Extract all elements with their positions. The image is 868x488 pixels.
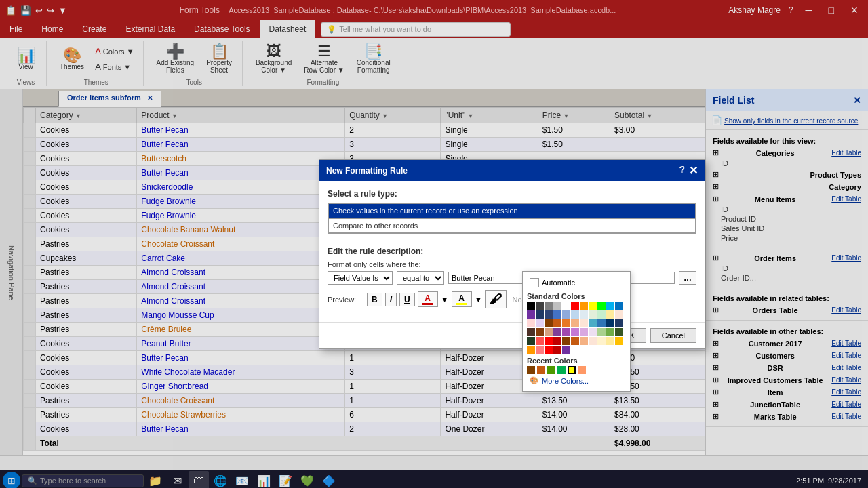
cp-color-cell[interactable]	[562, 346, 570, 354]
cp-color-cell[interactable]	[553, 319, 561, 327]
cp-color-cell[interactable]	[606, 310, 614, 319]
cp-color-cell[interactable]	[580, 310, 588, 319]
cp-color-cell[interactable]	[553, 302, 561, 310]
cp-color-cell[interactable]	[545, 310, 553, 319]
cp-more-colors-label: More Colors...	[542, 377, 589, 385]
cp-color-cell[interactable]	[553, 328, 561, 336]
cp-color-cell[interactable]	[589, 337, 597, 345]
cp-color-cell[interactable]	[615, 310, 623, 319]
cp-automatic-label: Automatic	[542, 279, 575, 287]
cp-color-cell[interactable]	[606, 302, 614, 310]
cp-color-cell[interactable]	[606, 319, 614, 327]
cp-color-cell[interactable]	[527, 310, 535, 319]
dialog-footer: OK Cancel	[319, 322, 705, 348]
cp-automatic-swatch	[530, 278, 539, 287]
cp-automatic-option[interactable]: Automatic	[527, 276, 626, 289]
font-color-btn[interactable]: A	[418, 291, 438, 307]
cp-color-cell[interactable]	[589, 319, 597, 327]
cp-color-cell[interactable]	[606, 337, 614, 345]
condition-select[interactable]: equal to	[397, 271, 444, 285]
cp-color-cell[interactable]	[545, 302, 553, 310]
cp-recent-color-cell[interactable]	[537, 366, 545, 374]
dialog-close-btn[interactable]: ✕	[689, 164, 698, 177]
cp-color-cell[interactable]	[545, 337, 553, 345]
dialog-content: Select a rule type: Check values in the …	[319, 181, 705, 322]
cp-color-cell[interactable]	[580, 328, 588, 336]
cp-color-cell[interactable]	[606, 328, 614, 336]
cp-color-cell[interactable]	[597, 302, 606, 310]
cp-color-cell[interactable]	[562, 319, 570, 327]
cp-color-cell[interactable]	[597, 328, 606, 336]
cp-color-cell[interactable]	[615, 328, 623, 336]
format-buttons: B I U A ▼ A ▼ 🖌	[367, 290, 507, 308]
cp-color-cell[interactable]	[545, 319, 553, 327]
cp-color-cell[interactable]	[553, 346, 561, 354]
cp-color-cell[interactable]	[615, 319, 623, 327]
cp-color-cell[interactable]	[562, 337, 570, 345]
cp-color-cell[interactable]	[527, 346, 535, 354]
italic-btn[interactable]: I	[385, 293, 397, 306]
cp-standard-grid	[527, 302, 626, 354]
cp-recent-color-cell[interactable]	[527, 366, 535, 374]
rule-option-1[interactable]: Compare to other records	[328, 218, 696, 233]
dialog-overlay: New Formatting Rule ? ✕ Select a rule ty…	[0, 0, 868, 488]
cp-color-cell[interactable]	[571, 328, 579, 336]
cp-color-cell[interactable]	[580, 319, 588, 327]
rule-option-0[interactable]: Check values in the current record or us…	[328, 203, 696, 218]
cp-recent-color-cell[interactable]	[568, 366, 576, 374]
cp-color-cell[interactable]	[571, 337, 579, 345]
cancel-btn[interactable]: Cancel	[650, 328, 696, 343]
edit-rule-desc-label: Edit the rule description:	[328, 247, 696, 256]
cp-color-cell[interactable]	[615, 337, 623, 345]
dialog-title-text: New Formatting Rule	[326, 166, 408, 176]
cp-color-cell[interactable]	[562, 310, 570, 319]
cp-color-cell[interactable]	[536, 337, 544, 345]
cp-color-cell[interactable]	[589, 310, 597, 319]
cp-color-cell[interactable]	[536, 319, 544, 327]
underline-btn[interactable]: U	[399, 293, 415, 306]
cp-recent-color-cell[interactable]	[547, 366, 555, 374]
cp-color-cell[interactable]	[580, 302, 588, 310]
cp-more-colors-btn[interactable]: 🎨 More Colors...	[527, 374, 626, 387]
cp-color-cell[interactable]	[527, 302, 535, 310]
cp-color-cell[interactable]	[536, 302, 544, 310]
cp-color-cell[interactable]	[553, 337, 561, 345]
cp-color-cell[interactable]	[527, 328, 535, 336]
preview-row: Preview: B I U A ▼ A ▼ 🖌	[328, 290, 696, 308]
cp-color-cell[interactable]	[571, 310, 579, 319]
font-color-dropdown-btn[interactable]: ▼	[441, 295, 449, 304]
cp-color-cell[interactable]	[589, 328, 597, 336]
cp-color-cell[interactable]	[589, 302, 597, 310]
cp-color-cell[interactable]	[597, 319, 606, 327]
cp-color-cell[interactable]	[545, 328, 553, 336]
cp-color-cell[interactable]	[553, 310, 561, 319]
dialog-divider	[328, 241, 696, 241]
cp-color-cell[interactable]	[527, 337, 535, 345]
cp-recent-color-cell[interactable]	[578, 366, 586, 374]
format-brush-btn[interactable]: 🖌	[485, 290, 507, 308]
cp-color-cell[interactable]	[536, 328, 544, 336]
cp-color-cell[interactable]	[615, 302, 623, 310]
color-picker-popup: Automatic Standard Colors Recent Colors …	[522, 271, 631, 392]
cp-color-cell[interactable]	[571, 302, 579, 310]
bg-highlight-btn[interactable]: A	[452, 291, 472, 307]
cp-color-cell[interactable]	[545, 346, 553, 354]
cp-color-cell[interactable]	[562, 328, 570, 336]
cp-color-cell[interactable]	[527, 319, 535, 327]
cp-color-cell[interactable]	[597, 310, 606, 319]
cp-more-colors-icon: 🎨	[530, 376, 539, 385]
cp-color-cell[interactable]	[580, 337, 588, 345]
bg-color-dropdown-btn[interactable]: ▼	[475, 295, 483, 304]
field-value-select[interactable]: Field Value Is	[328, 271, 393, 285]
format-only-label: Format only cells where the:	[328, 260, 696, 268]
bold-btn[interactable]: B	[367, 293, 382, 306]
preview-label: Preview:	[328, 296, 361, 304]
condition-dots-btn[interactable]: …	[679, 271, 696, 285]
dialog-help-btn[interactable]: ?	[679, 164, 685, 177]
cp-color-cell[interactable]	[597, 337, 606, 345]
cp-color-cell[interactable]	[562, 302, 570, 310]
cp-recent-color-cell[interactable]	[557, 366, 566, 374]
cp-color-cell[interactable]	[536, 346, 544, 354]
cp-color-cell[interactable]	[571, 319, 579, 327]
cp-color-cell[interactable]	[536, 310, 544, 319]
